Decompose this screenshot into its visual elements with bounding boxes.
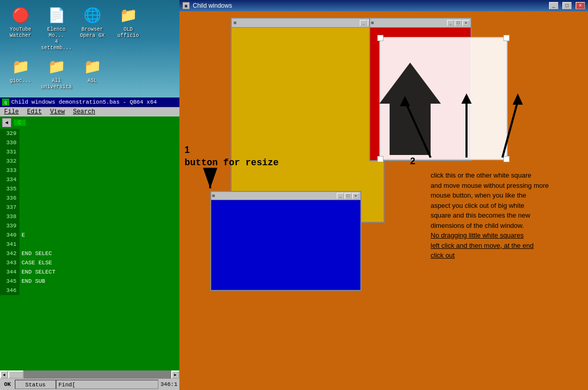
- status-center: Status: [15, 380, 56, 389]
- desc-underline2: left click and then move, at the end: [431, 242, 534, 249]
- blue-titlebar: ⊞ _ □ ×: [211, 192, 360, 200]
- youtube-label: YouTubeWatcher: [10, 27, 31, 39]
- yellow-minimize[interactable]: _: [360, 20, 367, 26]
- desktop: 🔴 YouTubeWatcher 📄 Elenco Mo...4 settemb…: [0, 0, 179, 98]
- code-line-338: 338: [0, 212, 179, 221]
- minimize-button[interactable]: _: [549, 2, 558, 9]
- desc-line2: and move mouse without pressing more: [431, 182, 549, 189]
- red-titlebar: ⊞ _ □ ×: [370, 18, 471, 28]
- menu-view[interactable]: View: [50, 108, 65, 115]
- code-line-333: 333: [0, 166, 179, 175]
- editor-content[interactable]: 329 330 331 332 333 334 335 336 337 338 …: [0, 129, 179, 371]
- gioc-icon: 📁: [10, 56, 31, 77]
- desktop-icon-browser[interactable]: 🌐 BrowserOpera GX: [77, 5, 108, 51]
- blue-close[interactable]: ×: [352, 193, 359, 199]
- app-titlebar: ▣ Child windows _ □ ×: [179, 0, 588, 11]
- resize-corner-br[interactable]: [503, 156, 510, 162]
- annotation-button-text: button for resize: [185, 158, 279, 168]
- code-line-337: 337: [0, 203, 179, 212]
- yellow-title-text: ⊞: [234, 21, 236, 25]
- svg-marker-8: [513, 93, 523, 105]
- editor-menubar: File Edit View Search: [0, 107, 179, 116]
- asl-label: ASL: [88, 78, 97, 84]
- yellow-titlebar: ⊞ _ □ ×: [232, 18, 383, 28]
- annotation-label-1: 1: [185, 145, 190, 155]
- desktop-icon-gioc[interactable]: 📁 gioc...: [5, 56, 36, 90]
- elenco-icon: 📄: [46, 5, 67, 26]
- old-ufficio-icon: 📁: [118, 5, 138, 26]
- code-line-335: 335: [0, 184, 179, 193]
- code-line-329: 329: [0, 129, 179, 138]
- red-maximize[interactable]: □: [455, 20, 462, 26]
- desc-line5: square and this becomes the new: [431, 211, 530, 219]
- code-line-342: 342 END SELEC: [0, 249, 179, 258]
- coord-display: 346:1: [158, 381, 179, 387]
- desktop-icon-elenco[interactable]: 📄 Elenco Mo...4 settemb...: [41, 5, 72, 51]
- label-2-text: 2: [410, 156, 415, 166]
- editor-title: Child windows demonstration5.bas - QB64 …: [11, 99, 157, 105]
- asl-icon: 📁: [82, 56, 103, 77]
- code-line-334: 334: [0, 175, 179, 184]
- resize-corner-tr[interactable]: [503, 35, 510, 41]
- resize-corner-bl[interactable]: [377, 156, 383, 162]
- scroll-right-button[interactable]: ►: [171, 371, 179, 379]
- red-win-btns: _ □ ×: [447, 20, 470, 26]
- menu-edit[interactable]: Edit: [27, 108, 42, 115]
- find-field[interactable]: Find[: [56, 380, 158, 389]
- resize-corner-tl[interactable]: [377, 35, 383, 41]
- child-windows-app: ▣ Child windows _ □ × ⊞ _ □ × ⊞ _: [179, 0, 588, 390]
- maximize-button[interactable]: □: [562, 2, 572, 9]
- red-minimize[interactable]: _: [447, 20, 454, 26]
- code-line-330: 330: [0, 138, 179, 147]
- scroll-left-button[interactable]: ◄: [0, 371, 8, 379]
- scrollbar-track-h[interactable]: [8, 371, 171, 379]
- editor-area: Q Child windows demonstration5.bas - QB6…: [0, 98, 179, 390]
- menu-file[interactable]: File: [4, 108, 19, 115]
- red-close[interactable]: ×: [462, 20, 470, 26]
- all-universita-label: All università: [41, 78, 72, 90]
- app-icon: ▣: [183, 2, 190, 9]
- code-line-339: 339: [0, 221, 179, 230]
- browser-icon: 🌐: [82, 5, 103, 26]
- button-text: button for resize: [185, 158, 279, 168]
- app-title: Child windows: [193, 2, 545, 9]
- desc-line6: dimensions of the child window.: [431, 222, 524, 229]
- code-line-343: 343 CASE ELSE: [0, 258, 179, 267]
- blue-maximize[interactable]: □: [344, 193, 352, 199]
- blue-content: [211, 200, 360, 290]
- status-bar: OK Status Find[ 346:1: [0, 379, 179, 390]
- qb-icon: Q: [2, 99, 9, 106]
- desc-underline3: click out: [431, 251, 455, 259]
- desc-underline1: No dragging little white squares: [431, 231, 523, 239]
- code-line-332: 332: [0, 157, 179, 166]
- resize-overlay[interactable]: [379, 37, 508, 160]
- menu-search[interactable]: Search: [73, 108, 95, 115]
- close-button[interactable]: ×: [576, 2, 585, 9]
- annotation-label-2: 2: [410, 156, 415, 167]
- desc-line3: mouse button, when you like the: [431, 191, 526, 199]
- editor-toolbar: ◄ C: [0, 116, 179, 129]
- gioc-label: gioc...: [10, 78, 31, 84]
- red-title-text: ⊞: [371, 21, 374, 25]
- desktop-icon-asl[interactable]: 📁 ASL: [77, 56, 108, 90]
- editor-titlebar: Q Child windows demonstration5.bas - QB6…: [0, 98, 179, 107]
- nav-back-button[interactable]: ◄: [2, 118, 11, 127]
- old-ufficio-label: OLD ufficio: [113, 27, 144, 39]
- status-label: Status: [25, 382, 46, 388]
- horizontal-scrollbar[interactable]: ◄ ►: [0, 371, 179, 379]
- code-line-345: 345END SUB: [0, 277, 179, 286]
- annotation-description: click this or the other white square and…: [431, 170, 582, 261]
- blue-minimize[interactable]: _: [337, 193, 344, 199]
- blue-win-btns: _ □ ×: [337, 193, 359, 199]
- code-line-331: 331: [0, 147, 179, 157]
- blue-child-window[interactable]: ⊞ _ □ ×: [210, 191, 361, 291]
- scrollbar-thumb-h[interactable]: [8, 371, 24, 379]
- desktop-icon-all-universita[interactable]: 📁 All università: [41, 56, 72, 90]
- code-line-340: 340E: [0, 230, 179, 240]
- app-content: ⊞ _ □ × ⊞ _ □ ×: [179, 11, 588, 390]
- code-line-336: 336: [0, 193, 179, 203]
- all-universita-icon: 📁: [46, 56, 67, 77]
- desktop-icon-old-ufficio[interactable]: 📁 OLD ufficio: [113, 5, 144, 51]
- elenco-label: Elenco Mo...4 settemb...: [41, 27, 72, 51]
- desktop-icon-youtube[interactable]: 🔴 YouTubeWatcher: [5, 5, 36, 51]
